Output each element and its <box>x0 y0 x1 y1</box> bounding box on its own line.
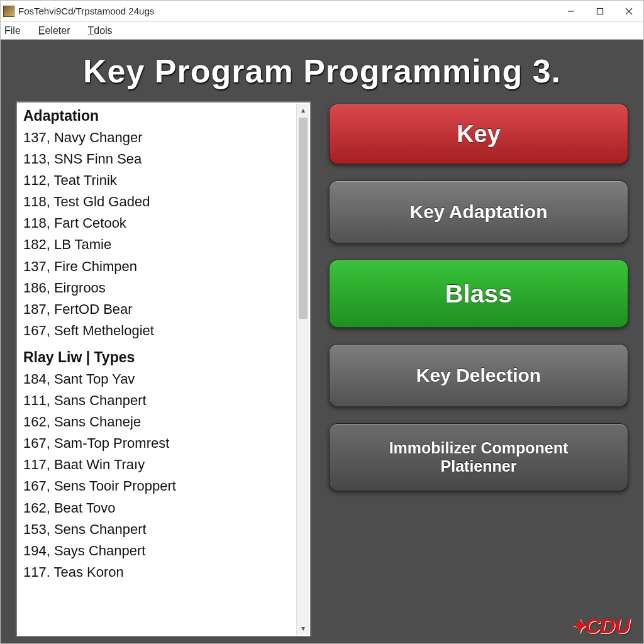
list-item[interactable]: 113, SNS Finn Sea <box>23 148 310 170</box>
window-title: FosTehvi9Cd/Trpstamood 24ugs <box>18 6 154 16</box>
scroll-down-icon[interactable]: ▾ <box>297 622 309 635</box>
list-item[interactable]: 194, Says Chanpert <box>23 540 310 562</box>
app-window: FosTehvi9Cd/Trpstamood 24ugs File Eelete… <box>0 0 644 644</box>
svg-rect-1 <box>597 8 603 14</box>
list-item[interactable]: 167, Seft Methelogiet <box>23 320 310 341</box>
list-item[interactable]: 187, FertOD Bear <box>23 299 310 320</box>
menu-eeleter[interactable]: Eeleter <box>38 25 70 36</box>
list-item[interactable]: 167, Sam-Top Promrest <box>23 433 310 454</box>
minimize-button[interactable] <box>557 1 586 22</box>
list-item[interactable]: 137, Fire Chimpen <box>23 256 310 277</box>
list-item[interactable]: 112, Teat Trinik <box>23 170 310 191</box>
page-title: Key Program Programming 3. <box>16 52 628 90</box>
list-item[interactable]: 111, Sans Chanpert <box>23 390 310 411</box>
maximize-icon <box>596 8 604 15</box>
immobilizer-label-line2: Platienner <box>441 457 517 475</box>
list-item[interactable]: 117. Teas Koron <box>23 562 310 583</box>
app-icon <box>3 6 14 17</box>
list-item[interactable]: 117, Baat Win Traıy <box>23 454 310 475</box>
minimize-icon <box>567 8 575 15</box>
list-section-header: Rlay Liw | Types <box>23 349 310 366</box>
scroll-up-icon[interactable]: ▴ <box>297 104 309 116</box>
list-item[interactable]: 182, LB Tamie <box>23 234 310 255</box>
list-item[interactable]: 162, Beat Tovo <box>23 497 310 519</box>
list-item[interactable]: 184, Sant Top Yav <box>23 369 310 390</box>
immobilizer-label-line1: Immobilizer Component <box>389 439 569 457</box>
close-button[interactable] <box>614 1 643 22</box>
list-item[interactable]: 186, Eirgroos <box>23 277 310 299</box>
button-column: Key Key Adaptation Blass Key Delection I… <box>329 101 628 637</box>
list-item[interactable]: 118, Test Gld Gaded <box>23 191 310 213</box>
list-item[interactable]: 167, Sens Tooir Proppert <box>23 475 310 497</box>
menubar: File Eeleter Tdols <box>1 22 643 40</box>
key-delection-button[interactable]: Key Delection <box>329 344 628 407</box>
menu-tdols[interactable]: Tdols <box>87 25 112 36</box>
titlebar: FosTehvi9Cd/Trpstamood 24ugs <box>1 1 643 22</box>
key-adaptation-button[interactable]: Key Adaptation <box>329 180 628 243</box>
list-item[interactable]: 153, Sens Chanpert <box>23 519 310 540</box>
key-button[interactable]: Key <box>329 104 628 164</box>
brand-logo: ✦ CDU <box>572 614 630 638</box>
immobilizer-button[interactable]: Immobilizer Component Platienner <box>329 423 628 491</box>
scroll-thumb[interactable] <box>299 118 308 319</box>
maximize-button[interactable] <box>586 1 614 22</box>
adaptation-listbox[interactable]: Adaptation137, Navy Changer113, SNS Finn… <box>16 101 311 637</box>
list-item[interactable]: 118, Fart Cetook <box>23 213 310 234</box>
list-item[interactable]: 162, Sans Chaneje <box>23 411 310 433</box>
brand-text: CDU <box>585 614 630 638</box>
scrollbar[interactable]: ▴ ▾ <box>296 104 309 635</box>
list-item[interactable]: 137, Navy Changer <box>23 127 310 148</box>
close-icon <box>625 8 633 15</box>
menu-file[interactable]: File <box>4 25 21 36</box>
list-section-header: Adaptation <box>23 108 310 125</box>
blass-button[interactable]: Blass <box>329 260 628 328</box>
workarea: Key Program Programming 3. Adaptation137… <box>1 40 643 643</box>
